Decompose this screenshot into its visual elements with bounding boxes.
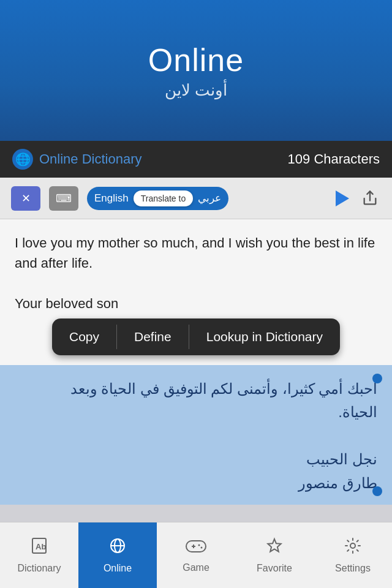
svg-point-10 <box>201 546 203 548</box>
target-language: عربي <box>198 192 221 205</box>
tab-settings[interactable]: Settings <box>314 522 392 588</box>
online-tab-icon <box>108 537 127 559</box>
nav-bar-left: 🌐 Online Dictionary <box>12 149 142 170</box>
tab-game-label: Game <box>183 562 209 573</box>
game-tab-icon <box>185 538 207 559</box>
settings-tab-icon <box>344 537 362 559</box>
translation-area[interactable]: أحبك أمي كثيرا، وأتمنى لكم التوفيق في ال… <box>0 365 392 505</box>
keyboard-button[interactable]: ⌨ <box>49 186 78 211</box>
copy-button[interactable]: Copy <box>52 318 116 355</box>
character-count: 109 Characters <box>288 151 380 167</box>
svg-text:Ab: Ab <box>36 542 46 551</box>
input-line4: Your beloved son <box>15 296 118 311</box>
tab-dictionary[interactable]: Ab Dictionary <box>0 522 78 588</box>
input-line1: I love you my mother so much, and I wish… <box>15 235 375 271</box>
translation-line4: نجل الحبيب <box>306 451 377 467</box>
source-language: English <box>94 192 129 205</box>
svg-rect-6 <box>186 541 206 552</box>
translation-text: أحبك أمي كثيرا، وأتمنى لكم التوفيق في ال… <box>15 377 377 495</box>
context-menu: Copy Define Lookup in Dictionary <box>52 318 340 355</box>
globe-icon: 🌐 <box>12 149 33 170</box>
selection-handle-top <box>372 374 382 383</box>
tab-favorite[interactable]: Favorite <box>235 522 314 588</box>
play-button[interactable] <box>336 190 349 206</box>
nav-title-online: Online <box>39 151 78 167</box>
delete-button[interactable]: ✕ <box>11 186 40 211</box>
app-header: Online أونت لاين <box>0 0 392 141</box>
tab-favorite-label: Favorite <box>257 563 292 574</box>
favorite-tab-icon <box>265 537 284 559</box>
define-button[interactable]: Define <box>117 318 189 355</box>
toolbar: ✕ ⌨ English Translate to عربي <box>0 178 392 219</box>
nav-title: Online Dictionary <box>39 151 142 167</box>
nav-title-dictionary: Dictionary <box>78 151 142 167</box>
svg-marker-11 <box>268 539 281 552</box>
share-button[interactable] <box>359 187 381 209</box>
input-text: I love you my mother so much, and I wish… <box>15 233 377 314</box>
app-title-english: Online <box>148 42 244 78</box>
tab-online-label: Online <box>104 563 132 574</box>
tab-bar: Ab Dictionary Online Game <box>0 522 392 588</box>
nav-bar: 🌐 Online Dictionary 109 Characters <box>0 141 392 178</box>
translation-line1: أحبك أمي كثيرا، وأتمنى لكم التوفيق في ال… <box>70 380 377 397</box>
context-menu-wrapper: Copy Define Lookup in Dictionary <box>15 318 377 355</box>
app-title-arabic: أونت لاين <box>165 81 227 100</box>
translation-line5: طارق منصور <box>298 475 377 491</box>
selection-handle-bottom <box>372 486 382 496</box>
toolbar-right <box>336 187 381 209</box>
tab-game[interactable]: Game <box>157 522 235 588</box>
svg-point-9 <box>198 544 200 546</box>
dictionary-tab-icon: Ab <box>30 537 48 559</box>
tab-online[interactable]: Online <box>78 522 157 588</box>
svg-point-12 <box>350 543 355 548</box>
tab-settings-label: Settings <box>335 563 371 574</box>
lookup-dictionary-button[interactable]: Lookup in Dictionary <box>189 318 340 355</box>
tab-dictionary-label: Dictionary <box>17 563 61 574</box>
translation-line2: الحياة. <box>338 404 377 420</box>
toolbar-left: ✕ ⌨ English Translate to عربي <box>11 186 228 211</box>
input-text-area[interactable]: I love you my mother so much, and I wish… <box>0 219 392 365</box>
translate-to-label: Translate to <box>134 190 193 206</box>
language-selector[interactable]: English Translate to عربي <box>87 187 228 210</box>
